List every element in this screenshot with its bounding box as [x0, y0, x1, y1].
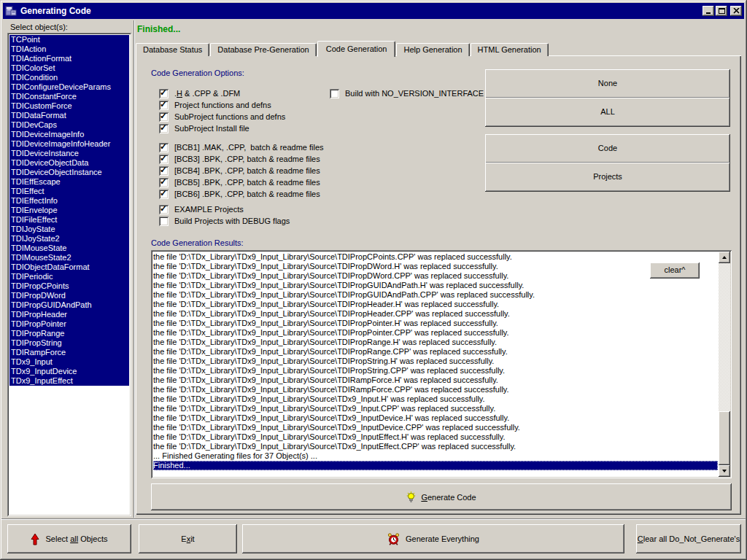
list-item[interactable]: TDIDataFormat — [9, 111, 129, 120]
checkbox[interactable] — [159, 124, 169, 133]
minimize-button[interactable] — [703, 6, 714, 16]
object-list[interactable]: TCPointTDIActionTDIActionFormatTDIColorS… — [7, 33, 131, 516]
checkbox[interactable] — [159, 178, 169, 187]
projects-button[interactable]: Projects — [485, 163, 730, 192]
select-all-objects-button[interactable]: Select all Objects — [7, 524, 131, 553]
checkbox-row[interactable]: Build with NO_VERSION_INTERFACE — [330, 88, 484, 99]
result-line[interactable]: the file 'D:\TDx_Library\TDx9_Input_Libr… — [153, 328, 718, 338]
list-item[interactable]: TDIDeviceImageInfo — [9, 130, 129, 139]
generate-code-button[interactable]: Generate Code — [151, 483, 732, 510]
list-item[interactable]: TDIMouseState2 — [9, 253, 129, 262]
result-line[interactable]: the file 'D:\TDx_Library\TDx9_Input_Libr… — [153, 385, 718, 394]
result-line[interactable]: the file 'D:\TDx_Library\TDx9_Input_Libr… — [153, 413, 718, 423]
tab-database-pre-generation[interactable]: Database Pre-Generation — [210, 43, 316, 56]
list-item[interactable]: TDIPropString — [9, 338, 129, 348]
checkbox-row[interactable]: [BCB6] .BPK, .CPP, batch & readme files — [159, 188, 324, 200]
result-line[interactable]: the file 'D:\TDx_Library\TDx9_Input_Libr… — [153, 347, 718, 357]
clear-button[interactable]: clear^ — [650, 262, 700, 279]
result-line[interactable]: Finished... — [153, 461, 718, 470]
list-item[interactable]: TDIDeviceImageInfoHeader — [9, 139, 129, 149]
checkbox[interactable] — [159, 101, 169, 110]
list-item[interactable]: TDIEnvelope — [9, 206, 129, 215]
result-line[interactable]: the file 'D:\TDx_Library\TDx9_Input_Libr… — [153, 442, 718, 451]
result-line[interactable]: the file 'D:\TDx_Library\TDx9_Input_Libr… — [153, 376, 718, 385]
checkbox[interactable] — [159, 190, 169, 199]
checkbox[interactable] — [159, 112, 169, 122]
checkbox-row[interactable]: SubProject functions and defns — [159, 111, 285, 122]
result-line[interactable]: the file 'D:\TDx_Library\TDx9_Input_Libr… — [153, 300, 718, 309]
result-line[interactable]: the file 'D:\TDx_Library\TDx9_Input_Libr… — [153, 290, 718, 300]
list-item[interactable]: TDx9_Input — [9, 357, 129, 367]
list-item[interactable]: TDIColorSet — [9, 63, 129, 73]
list-item[interactable]: TDIPropGUIDAndPath — [9, 300, 129, 310]
result-line[interactable]: the file 'D:\TDx_Library\TDx9_Input_Libr… — [153, 394, 718, 404]
list-item[interactable]: TDIPropRange — [9, 329, 129, 338]
checkbox-row[interactable]: .H & .CPP & .DFM — [159, 88, 285, 99]
result-line[interactable]: the file 'D:\TDx_Library\TDx9_Input_Libr… — [153, 252, 718, 262]
list-item[interactable]: TDIPropDWord — [9, 291, 129, 300]
list-item[interactable]: TDx9_InputDevice — [9, 367, 129, 376]
result-line[interactable]: the file 'D:\TDx_Library\TDx9_Input_Libr… — [153, 432, 718, 442]
list-item[interactable]: TDICustomForce — [9, 101, 129, 111]
tab-html-generation[interactable]: HTML Generation — [471, 43, 549, 56]
checkbox-row[interactable]: [BCB3] .BPK, .CPP, batch & readme files — [159, 153, 324, 165]
list-item[interactable]: TDIJoyState — [9, 225, 129, 234]
list-item[interactable]: TDIConstantForce — [9, 92, 129, 101]
result-line[interactable]: the file 'D:\TDx_Library\TDx9_Input_Libr… — [153, 281, 718, 290]
list-item[interactable]: TDIEffect — [9, 187, 129, 196]
checkbox-row[interactable]: EXAMPLE Projects — [159, 203, 290, 215]
scroll-thumb[interactable] — [719, 411, 730, 465]
result-line[interactable]: the file 'D:\TDx_Library\TDx9_Input_Libr… — [153, 338, 718, 347]
clear-all-button[interactable]: Clear all Do_Not_Generate's — [636, 524, 741, 553]
all-button[interactable]: ALL — [485, 98, 730, 127]
list-item[interactable]: TDIEffEscape — [9, 177, 129, 187]
list-item[interactable]: TDIMouseState — [9, 244, 129, 253]
list-item[interactable]: TDIFileEffect — [9, 215, 129, 225]
generate-everything-button[interactable]: Generate Everything — [242, 524, 624, 553]
checkbox-row[interactable]: [BCB5] .BPK, .CPP, batch & readme files — [159, 176, 324, 188]
list-item[interactable]: TDIPropHeader — [9, 310, 129, 319]
results-scrollbar[interactable] — [719, 252, 730, 477]
list-item[interactable]: TDIPropPointer — [9, 319, 129, 329]
result-line[interactable]: the file 'D:\TDx_Library\TDx9_Input_Libr… — [153, 366, 718, 376]
list-item[interactable]: TDIPropCPoints — [9, 281, 129, 291]
checkbox[interactable] — [159, 89, 169, 98]
checkbox[interactable] — [159, 205, 169, 214]
list-item[interactable]: TDx9_InputEffect — [9, 376, 129, 386]
list-item[interactable]: TDIDeviceObjectInstance — [9, 168, 129, 177]
list-item[interactable]: TDIConfigureDeviceParams — [9, 82, 129, 92]
checkbox-row[interactable]: Project functions and defns — [159, 99, 285, 111]
checkbox-row[interactable]: Build Projects with DEBUG flags — [159, 215, 290, 227]
list-item[interactable]: TDIActionFormat — [9, 54, 129, 63]
result-line[interactable]: the file 'D:\TDx_Library\TDx9_Input_Libr… — [153, 309, 718, 319]
tab-help-generation[interactable]: Help Generation — [396, 43, 469, 56]
list-item[interactable]: TDIDevCaps — [9, 120, 129, 130]
result-line[interactable]: the file 'D:\TDx_Library\TDx9_Input_Libr… — [153, 423, 718, 432]
checkbox[interactable] — [330, 89, 339, 98]
checkbox[interactable] — [159, 166, 169, 176]
list-item[interactable]: TDIRampForce — [9, 348, 129, 357]
list-item[interactable]: TDICondition — [9, 73, 129, 82]
checkbox[interactable] — [159, 143, 169, 152]
result-line[interactable]: the file 'D:\TDx_Library\TDx9_Input_Libr… — [153, 319, 718, 328]
list-item[interactable]: TDIPeriodic — [9, 272, 129, 281]
result-line[interactable]: the file 'D:\TDx_Library\TDx9_Input_Libr… — [153, 357, 718, 366]
result-line[interactable]: the file 'D:\TDx_Library\TDx9_Input_Libr… — [153, 262, 718, 271]
result-line[interactable]: ... Finished Generating files for 37 Obj… — [153, 451, 718, 461]
scroll-up-button[interactable] — [719, 252, 730, 263]
scroll-down-button[interactable] — [719, 465, 730, 477]
result-line[interactable]: the file 'D:\TDx_Library\TDx9_Input_Libr… — [153, 404, 718, 413]
checkbox-row[interactable]: [BCB1] .MAK, .CPP, batch & readme files — [159, 141, 324, 153]
checkbox[interactable] — [159, 217, 169, 226]
tab-database-status[interactable]: Database Status — [136, 43, 209, 56]
close-button[interactable] — [730, 6, 742, 16]
list-item[interactable]: TDIDeviceObjectData — [9, 158, 129, 168]
list-item[interactable]: TDIDeviceInstance — [9, 149, 129, 158]
none-button[interactable]: None — [485, 69, 730, 98]
list-item[interactable]: TCPoint — [9, 35, 129, 44]
maximize-button[interactable] — [716, 6, 727, 16]
code-button[interactable]: Code — [485, 134, 730, 163]
list-item[interactable]: TDIJoyState2 — [9, 234, 129, 244]
list-item[interactable]: TDIEffectInfo — [9, 196, 129, 206]
checkbox-row[interactable]: SubProject Install file — [159, 122, 285, 134]
